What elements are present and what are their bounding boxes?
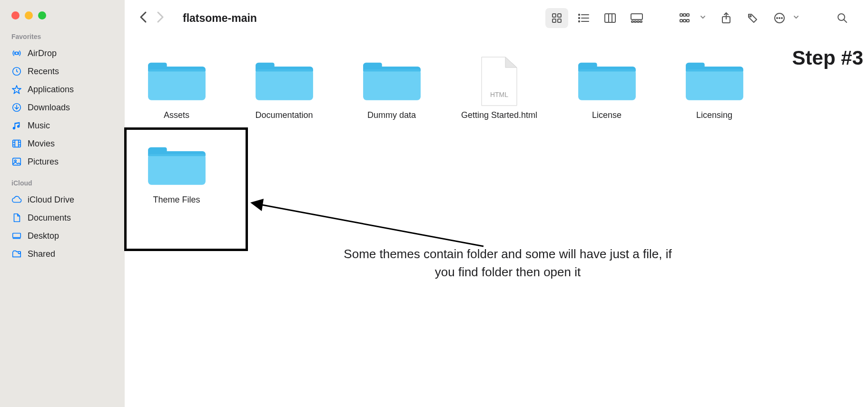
svg-point-42	[777, 18, 778, 19]
file-item-label: Dummy data	[367, 109, 416, 121]
sidebar-item-downloads[interactable]: Downloads	[0, 98, 125, 116]
sidebar-item-label: Music	[28, 121, 50, 131]
svg-rect-30	[634, 21, 636, 22]
svg-point-11	[14, 160, 16, 162]
tags-button[interactable]	[741, 8, 764, 28]
chevron-down-icon	[700, 14, 706, 22]
svg-rect-50	[256, 69, 313, 71]
icon-view-button[interactable]	[545, 8, 568, 28]
sidebar-item-desktop[interactable]: Desktop	[0, 227, 125, 245]
sidebar-item-label: Downloads	[28, 103, 70, 113]
svg-rect-18	[558, 19, 561, 22]
svg-rect-16	[558, 14, 561, 17]
applications-icon	[11, 84, 22, 95]
icloud-label: iCloud	[0, 179, 125, 191]
file-item-dummy-data[interactable]: Dummy data	[349, 55, 434, 121]
sidebar-item-label: Shared	[28, 249, 55, 259]
sidebar-item-airdrop[interactable]: AirDrop	[0, 44, 125, 62]
svg-point-0	[15, 52, 18, 55]
sidebar-item-icloud-drive[interactable]: iCloud Drive	[0, 191, 125, 209]
svg-rect-38	[687, 19, 689, 22]
sidebar-item-label: AirDrop	[28, 48, 57, 58]
airdrop-icon	[11, 48, 22, 58]
sidebar-item-label: Recents	[28, 67, 59, 77]
favorites-label: Favorites	[0, 33, 125, 44]
svg-point-40	[750, 16, 751, 17]
search-button[interactable]	[831, 8, 854, 28]
minimize-button[interactable]	[25, 11, 33, 19]
share-button[interactable]	[715, 8, 738, 28]
file-item-licensing[interactable]: Licensing	[672, 55, 757, 121]
file-item-license[interactable]: License	[564, 55, 649, 121]
svg-point-23	[579, 21, 580, 22]
svg-point-19	[579, 14, 580, 15]
file-item-documentation[interactable]: Documentation	[242, 55, 326, 121]
column-view-button[interactable]	[599, 8, 621, 28]
maximize-button[interactable]	[38, 11, 46, 19]
file-item-label: Licensing	[696, 109, 732, 121]
svg-rect-10	[13, 158, 21, 165]
gallery-view-button[interactable]	[625, 8, 648, 28]
list-view-button[interactable]	[572, 8, 595, 28]
sidebar-item-label: Pictures	[28, 157, 59, 167]
svg-text:HTML: HTML	[490, 91, 508, 98]
sidebar-item-movies[interactable]: Movies	[0, 135, 125, 153]
sidebar: Favorites AirDropRecentsApplicationsDown…	[0, 0, 125, 407]
back-button[interactable]	[139, 10, 148, 26]
svg-rect-56	[686, 69, 743, 100]
svg-rect-48	[148, 69, 206, 71]
svg-rect-57	[686, 69, 743, 71]
folder-icon	[147, 140, 207, 187]
svg-rect-32	[640, 21, 642, 22]
close-button[interactable]	[11, 11, 20, 19]
file-item-assets[interactable]: Assets	[134, 55, 219, 121]
file-item-theme-files[interactable]: Theme Files	[134, 140, 219, 205]
svg-line-46	[844, 19, 847, 22]
svg-point-43	[779, 18, 780, 19]
file-item-label: Theme Files	[153, 194, 200, 205]
svg-rect-12	[13, 233, 21, 238]
pictures-icon	[11, 156, 22, 167]
action-button[interactable]	[768, 8, 791, 28]
folder-icon	[577, 55, 637, 103]
svg-rect-59	[148, 155, 206, 156]
downloads-icon	[11, 102, 22, 113]
svg-rect-47	[148, 69, 206, 100]
svg-rect-58	[148, 155, 206, 185]
movies-icon	[11, 138, 22, 149]
svg-rect-51	[363, 69, 421, 100]
svg-point-44	[781, 18, 782, 19]
sidebar-item-label: Movies	[28, 139, 55, 149]
group-button[interactable]	[675, 8, 698, 28]
svg-rect-54	[578, 69, 636, 100]
folder-icon	[255, 55, 314, 103]
sidebar-item-shared[interactable]: Shared	[0, 245, 125, 263]
sidebar-item-music[interactable]: Music	[0, 116, 125, 135]
sidebar-item-pictures[interactable]: Pictures	[0, 153, 125, 171]
sidebar-item-label: iCloud Drive	[28, 195, 74, 205]
sidebar-item-recents[interactable]: Recents	[0, 62, 125, 80]
svg-rect-25	[605, 14, 615, 22]
music-icon	[11, 120, 22, 131]
svg-marker-61	[250, 199, 264, 211]
svg-rect-35	[687, 14, 689, 16]
document-icon	[11, 213, 22, 223]
main-panel: flatsome-main AssetsDocumentationDummy d…	[125, 0, 868, 407]
svg-rect-17	[552, 19, 556, 22]
annotation-step: Step #3	[792, 47, 863, 69]
file-item-label: License	[592, 109, 621, 121]
forward-button[interactable]	[156, 10, 165, 26]
sidebar-item-documents[interactable]: Documents	[0, 209, 125, 227]
shared-icon	[11, 249, 22, 259]
file-item-label: Assets	[164, 109, 189, 121]
file-item-getting-started-html[interactable]: HTMLGetting Started.html	[457, 55, 542, 121]
svg-rect-15	[552, 14, 556, 17]
toolbar: flatsome-main	[125, 0, 868, 36]
sidebar-item-applications[interactable]: Applications	[0, 80, 125, 98]
svg-rect-33	[680, 14, 682, 16]
annotation-text: Some themes contain folder and some will…	[344, 245, 672, 281]
folder-icon	[362, 55, 422, 103]
content-area[interactable]: AssetsDocumentationDummy dataHTMLGetting…	[125, 36, 868, 407]
svg-rect-29	[631, 21, 633, 22]
sidebar-item-label: Documents	[28, 213, 71, 223]
